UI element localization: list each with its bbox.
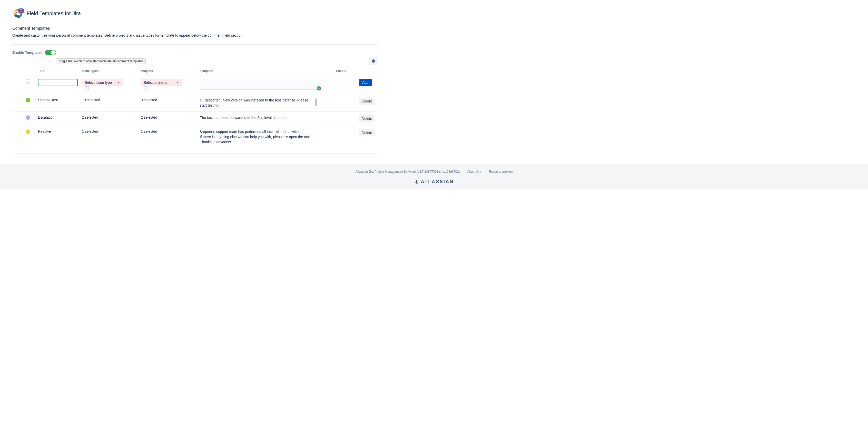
row-projects: 1 selected (139, 126, 198, 148)
add-button[interactable]: Add (359, 79, 372, 86)
chevron-down-icon: ▼ (118, 81, 120, 84)
footer-separator: · (463, 170, 464, 173)
chevron-down-icon: ▼ (177, 81, 179, 84)
divider (12, 153, 378, 154)
color-swatch[interactable] (26, 129, 30, 134)
new-template-row: Select issue type ▼ Select projects ▼ (12, 75, 378, 94)
delete-button[interactable]: Delete (359, 98, 374, 105)
row-projects: 2 selected (139, 112, 198, 126)
enable-template-toggle[interactable] (45, 50, 56, 55)
issue-type-select[interactable]: Select issue type ▼ (82, 79, 123, 86)
projects-placeholder: Select projects (144, 80, 167, 84)
projects-select[interactable]: Select projects ▼ (141, 79, 182, 86)
enable-tooltip: Toggle the switch to activate/deactivate… (56, 59, 146, 64)
row-title: Resolve (36, 126, 80, 148)
app-title: Field Templates for Jira (27, 10, 81, 16)
col-header-enable: Enable (334, 67, 357, 75)
color-picker[interactable] (26, 79, 30, 83)
row-template-text: $reporter, support team has performed al… (200, 129, 312, 144)
table-row: ⋮⋮Resolve1 selected1 selected$reporter, … (12, 126, 378, 148)
svg-rect-2 (20, 11, 23, 11)
row-issue-types: 10 selected (80, 94, 139, 112)
footer-prefix: Atlassian Jira (355, 170, 374, 173)
footer-version: (v8.7.1#807001-sha1:03e3702) (416, 170, 460, 173)
footer-link-pms[interactable]: Project Management Software (374, 170, 416, 173)
svg-rect-1 (20, 9, 22, 10)
template-body-input[interactable] (200, 79, 320, 90)
enable-template-label: Enable Template: (12, 50, 42, 55)
col-header-issue-types: Issue types (80, 67, 139, 75)
col-header-template: Template (198, 67, 334, 75)
title-input[interactable] (38, 79, 78, 86)
scrollbar-thumb[interactable] (315, 98, 317, 106)
delete-button[interactable]: Delete (359, 115, 374, 122)
table-row: ⋮⋮Escalation2 selected2 selectedThe task… (12, 112, 378, 126)
row-title: Send to Test (36, 94, 80, 112)
row-title: Escalation (36, 112, 80, 126)
divider (12, 44, 378, 44)
issue-type-all-checkbox[interactable] (85, 87, 89, 91)
trash-icon (371, 59, 375, 63)
footer-link-report[interactable]: Report a problem (489, 170, 513, 173)
issue-type-placeholder: Select issue type (85, 80, 112, 84)
atlassian-brand-text: ATLASSIAN (421, 179, 454, 184)
drag-handle-icon[interactable]: ⋮⋮ (14, 98, 22, 103)
section-description: Create and customize your personal comme… (12, 33, 378, 37)
col-header-title: Title (36, 67, 80, 75)
row-issue-types: 1 selected (80, 126, 139, 148)
row-template-text: The task has been forwarded to the 2nd l… (200, 115, 289, 121)
atlassian-logo: ATLASSIAN (0, 179, 868, 184)
atlassian-icon (414, 180, 419, 184)
page-footer: Atlassian Jira Project Management Softwa… (0, 164, 868, 189)
drag-handle-icon[interactable]: ⋮⋮ (14, 129, 22, 134)
col-header-projects: Projects (139, 67, 198, 75)
projects-all-checkbox[interactable] (144, 87, 148, 91)
section-title: Comment Templates (12, 26, 378, 31)
row-issue-types: 2 selected (80, 112, 139, 126)
row-projects: 3 selected (139, 94, 198, 112)
add-variable-icon[interactable]: + (317, 87, 321, 91)
row-template-text: Hi, $reporter . New version was installe… (200, 98, 313, 108)
table-row: ⋮⋮Send to Test10 selected3 selectedHi, $… (12, 94, 378, 112)
templates-table: Title Issue types Projects Template Enab… (12, 67, 378, 148)
color-swatch[interactable] (26, 98, 30, 102)
drag-handle-icon[interactable]: ⋮⋮ (14, 115, 22, 120)
app-logo-icon (12, 8, 24, 19)
delete-button[interactable]: Delete (359, 129, 374, 136)
app-header: Field Templates for Jira (12, 8, 378, 19)
color-swatch[interactable] (26, 115, 30, 120)
footer-link-about[interactable]: About Jira (467, 170, 481, 173)
delete-all-button[interactable] (369, 57, 378, 65)
footer-separator: · (485, 170, 485, 173)
